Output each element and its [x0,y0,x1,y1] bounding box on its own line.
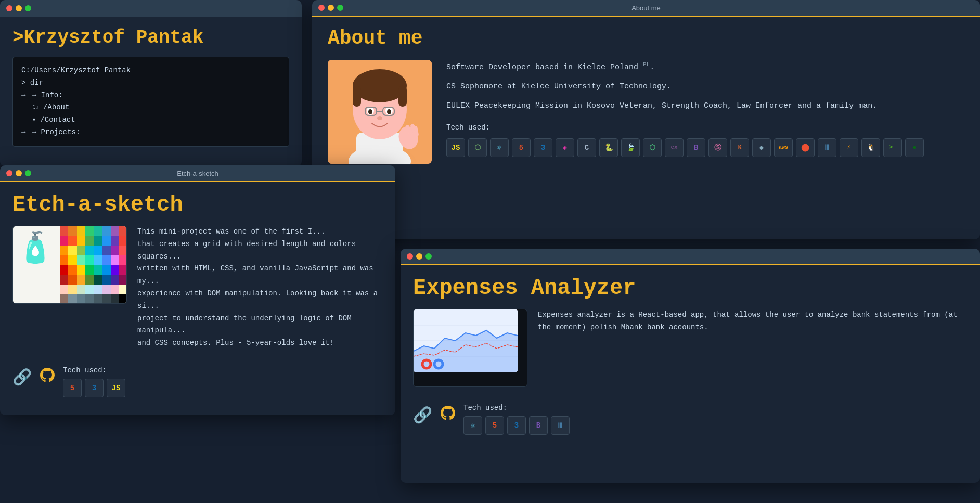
tech-feather: ⬡ [643,138,662,157]
svg-rect-6 [353,86,361,107]
about-minimize-button[interactable] [328,5,334,11]
tech-diamond: ◆ [752,138,771,157]
etch-tech-js: JS [107,379,125,397]
etch-project-links: 🔗 Tech used: 5 3 JS [12,358,383,397]
expenses-project-image [413,309,527,387]
tech-nodejs: ⬡ [468,138,487,157]
terminal-path: C:/Users/Krzysztof Pantak [21,65,280,77]
expenses-window: Expenses Analyzer [401,249,980,483]
main-terminal-window: >Krzysztof Pantak C:/Users/Krzysztof Pan… [0,0,302,166]
tech-ffmpeg: ▣ [905,138,924,157]
svg-point-10 [368,109,372,114]
expenses-tech-react: ⚛ [463,416,482,435]
tech-react: ⚛ [490,138,509,157]
about-content: Software Developer based in Kielce Polan… [328,60,964,164]
tech-icons: JS ⬡ ⚛ 5 3 ◈ C 🐍 🍃 ⬡ ex B Ⓢ K [446,138,964,157]
terminal-command: > dir [21,77,280,89]
svg-point-11 [387,109,391,114]
etch-window-title: Etch-a-sketch [177,170,218,177]
tech-dbms: Ⅲ [818,138,836,157]
etch-image-canvas: 🧴 [13,226,127,304]
etch-maximize-button[interactable] [25,170,31,176]
etch-external-link[interactable]: 🔗 [12,368,32,387]
about-close-button[interactable] [318,5,325,11]
tech-git-alt: ⬤ [796,138,815,157]
expenses-github-link[interactable] [441,406,455,425]
expenses-maximize-button[interactable] [425,253,432,260]
etch-project-image: 🧴 [12,226,127,304]
tech-ex: ex [665,138,684,157]
tech-mongo: 🍃 [621,138,640,157]
spray-can-icon: 🧴 [17,230,54,266]
about-desc-1: Software Developer based in Kielce Polan… [446,60,964,74]
etch-tech-html5: 5 [63,379,82,397]
terminal-box: C:/Users/Krzysztof Pantak > dir → → Info… [12,57,289,147]
about-desc-2: CS Sophomore at Kielce University of Tec… [446,80,964,94]
about-window-title: About me [631,4,661,12]
etch-tech-section: Tech used: 5 3 JS [63,366,125,397]
about-window-controls [318,5,343,11]
contact-link[interactable]: ▪ /Contact [32,114,280,126]
expenses-project-links: 🔗 Tech used: ⚛ 5 3 B Ⅲ [413,395,968,435]
tech-js: JS [446,138,465,157]
etch-description: This mini-project was one of the first I… [137,226,383,350]
about-window: About me About me [312,0,980,239]
tech-bash: >_ [883,138,902,157]
tech-sass: Ⓢ [708,138,727,157]
expenses-tech-icons: ⚛ 5 3 B Ⅲ [463,416,570,435]
arrow-icon: → [21,91,25,99]
about-titlebar: About me [312,0,980,17]
tech-graphql: ◈ [556,138,574,157]
main-window-body: >Krzysztof Pantak C:/Users/Krzysztof Pan… [0,17,302,166]
color-grid [60,226,127,304]
expenses-description: Expenses analyzer is a React-based app, … [538,309,968,334]
svg-point-15 [377,116,382,120]
minimize-button[interactable] [16,5,22,11]
etch-minimize-button[interactable] [16,170,22,176]
about-link[interactable]: 🗂 /About [32,101,280,114]
tech-aws: aws [774,138,793,157]
tech-c: C [577,138,596,157]
tech-amplify: ⚡ [840,138,858,157]
tech-css3: 3 [534,138,552,157]
about-description: Software Developer based in Kielce Polan… [446,60,964,157]
expenses-tech-label: Tech used: [463,404,570,412]
folder-icon: 🗂 [32,101,39,114]
expenses-heading: Expenses Analyzer [413,276,968,301]
etch-project-content: 🧴 [12,226,383,350]
about-desc-3: EULEX Peacekeeping Mission in Kosovo Vet… [446,99,964,113]
site-title: >Krzysztof Pantak [12,27,289,48]
etch-heading: Etch-a-sketch [12,192,383,217]
about-link-text[interactable]: /About [43,101,69,114]
expenses-project-content: Expenses analyzer is a React-based app, … [413,309,968,387]
projects-label: → Projects: [32,128,80,136]
etch-tech-css3: 3 [85,379,104,397]
tech-section: Tech used: JS ⬡ ⚛ 5 3 ◈ C 🐍 🍃 ⬡ ex B [446,121,964,157]
expenses-tech-html5: 5 [485,416,504,435]
window-controls [6,5,31,11]
terminal-projects-label: → → Projects: [21,126,280,139]
tech-klipfolio: K [730,138,749,157]
expenses-external-link[interactable]: 🔗 [413,406,432,425]
expenses-close-button[interactable] [407,253,413,260]
expenses-tech-bootstrap: B [529,416,548,435]
pl-flag: PL [643,61,650,68]
expenses-tech-section: Tech used: ⚛ 5 3 B Ⅲ [463,404,570,435]
about-heading: About me [328,27,964,49]
contact-link-text[interactable]: /Contact [40,114,75,126]
expenses-minimize-button[interactable] [416,253,422,260]
close-button[interactable] [6,5,12,11]
avatar [328,60,432,164]
expenses-desc: Expenses analyzer is a React-based app, … [538,309,968,334]
main-window-titlebar [0,0,302,17]
etch-window: Etch-a-sketch Etch-a-sketch 🧴 [0,165,395,415]
tech-bootstrap: B [687,138,705,157]
about-maximize-button[interactable] [337,5,343,11]
etch-github-link[interactable] [40,368,55,387]
etch-close-button[interactable] [6,170,12,176]
etch-tech-label: Tech used: [63,366,125,375]
maximize-button[interactable] [25,5,31,11]
tech-label: Tech used: [446,121,964,134]
avatar-image [328,60,432,164]
expenses-tech-css3: 3 [507,416,526,435]
